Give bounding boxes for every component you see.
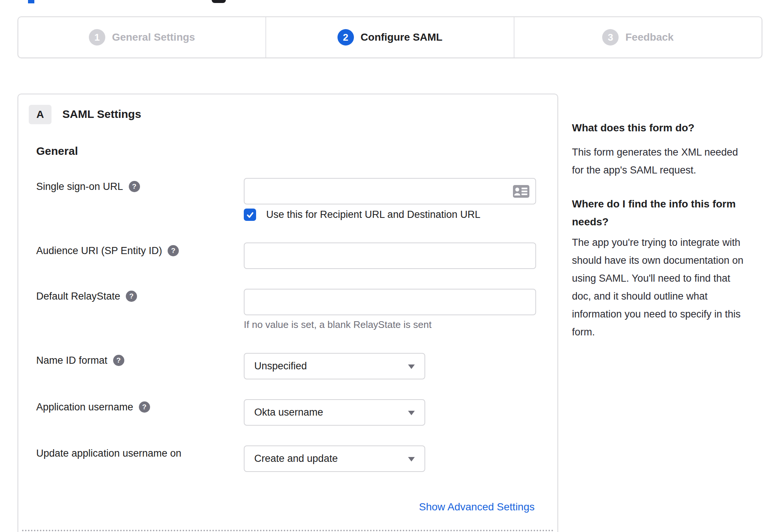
app-username-label-row: Application username ? [36,398,150,416]
audience-uri-label-row: Audience URI (SP Entity ID) ? [36,242,179,260]
name-id-format-value: Unspecified [254,360,307,372]
app-username-select[interactable]: Okta username [244,399,425,426]
step-1-circle: 1 [89,29,105,46]
caret-down-icon [408,411,415,415]
audience-uri-help-icon[interactable]: ? [168,245,179,256]
wizard-stepper: 1 General Settings 2 Configure SAML 3 Fe… [18,16,762,58]
name-id-format-label-row: Name ID format ? [36,351,124,369]
relay-state-input[interactable] [244,289,536,315]
sidebar-q2-title-line: needs? [572,213,772,231]
step-3-circle: 3 [602,29,619,46]
update-username-label: Update application username on [36,448,181,459]
audience-uri-input[interactable] [244,242,536,269]
step-configure-saml: 2 Configure SAML [265,17,513,57]
sidebar-q1-title: What does this form do? [572,119,772,137]
name-id-format-label: Name ID format [36,355,108,366]
step-3-label: Feedback [625,31,673,43]
sidebar-q2-title-line: Where do I find the info this form [572,195,772,213]
configure-saml-page: 1 General Settings 2 Configure SAML 3 Fe… [0,0,781,532]
step-1-label: General Settings [112,31,195,43]
section-a-badge: A [29,105,52,124]
caret-down-icon [408,457,415,461]
sidebar-q2-body-line: using SAML. You'll need to find that [572,269,775,287]
checkmark-icon [246,210,255,219]
sidebar-q1-body-line: This form generates the XML needed [572,143,775,161]
name-id-format-select[interactable]: Unspecified [244,353,425,379]
sidebar-q1-body-line: for the app's SAML request. [572,161,775,179]
step-feedback: 3 Feedback [514,17,762,57]
recipient-url-checkbox[interactable] [244,209,256,221]
saml-settings-panel: A SAML Settings General Single sign-on U… [18,94,558,532]
relay-state-label: Default RelayState [36,291,120,302]
panel-title: SAML Settings [62,105,141,123]
name-id-format-help-icon[interactable]: ? [113,355,124,366]
page-top-dark-fragment [212,0,226,3]
step-2-label: Configure SAML [361,31,442,43]
update-username-label-row: Update application username on [36,444,181,462]
relay-state-help-icon[interactable]: ? [126,291,137,302]
sso-url-input[interactable] [244,178,536,204]
sso-url-help-icon[interactable]: ? [129,181,140,192]
relay-state-label-row: Default RelayState ? [36,287,137,305]
recipient-url-checkbox-label[interactable]: Use this for Recipient URL and Destinati… [266,206,480,223]
sidebar-q2-body-line: information you need to specify in this [572,305,775,323]
update-username-select[interactable]: Create and update [244,445,425,472]
sidebar-q2-body-line: The app you're trying to integrate with [572,234,775,251]
sidebar-q2-body-line: form. [572,323,775,341]
step-general-settings: 1 General Settings [18,17,265,57]
sso-url-label: Single sign-on URL [36,181,123,193]
sidebar-q2-body-line: should have its own documentation on [572,251,775,269]
relay-state-hint: If no value is set, a blank RelayState i… [244,316,432,334]
dashed-divider [22,530,554,531]
general-group-heading: General [36,142,78,160]
sso-url-input-wrap [244,178,536,204]
app-username-value: Okta username [254,407,323,418]
step-2-circle: 2 [337,29,354,46]
show-advanced-settings-link[interactable]: Show Advanced Settings [419,498,535,516]
app-username-label: Application username [36,401,133,413]
update-username-value: Create and update [254,453,338,464]
contact-card-icon [513,185,529,198]
sso-url-label-row: Single sign-on URL ? [36,178,140,195]
page-top-blue-fragment [28,0,34,3]
app-username-help-icon[interactable]: ? [139,401,150,413]
sidebar-q2-body-line: doc, and it should outline what [572,287,775,305]
caret-down-icon [408,364,415,369]
audience-uri-label: Audience URI (SP Entity ID) [36,245,162,257]
